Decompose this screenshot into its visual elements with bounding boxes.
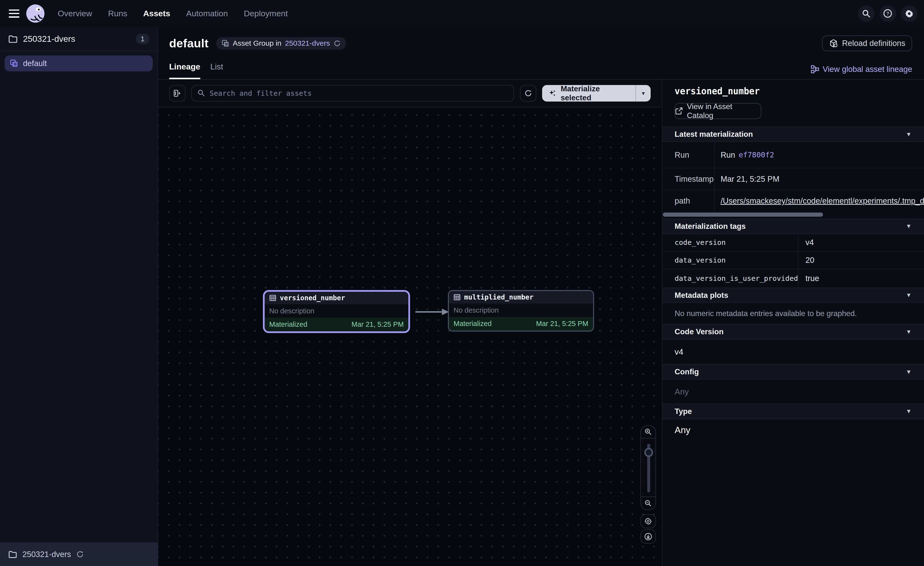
materialize-dropdown-caret[interactable]: ▾	[636, 90, 651, 97]
zoom-in-button[interactable]	[641, 426, 655, 438]
materialize-selected-label: Materialize selected	[561, 84, 629, 102]
repo-name: 250321-dvers	[23, 34, 75, 44]
sidebar-item-default[interactable]: default	[4, 56, 153, 71]
dagster-app: Overview Runs Assets Automation Deployme…	[0, 0, 924, 566]
asset-title: versioned_number	[675, 86, 912, 96]
nav-item-runs[interactable]: Runs	[108, 9, 127, 18]
table-row: data_version 20	[662, 252, 924, 269]
section-materialization-tags[interactable]: Materialization tags ▼	[662, 218, 924, 234]
chevron-down-icon: ▼	[906, 223, 912, 230]
search-button[interactable]	[858, 5, 874, 22]
row-key: Run	[662, 142, 715, 168]
nav-item-assets[interactable]: Assets	[143, 9, 170, 18]
help-button[interactable]: ?	[880, 5, 896, 22]
run-id-link[interactable]: ef7800f2	[739, 151, 774, 159]
table-row: Timestamp Mar 21, 5:25 PM	[662, 169, 924, 190]
section-title: Latest materialization	[675, 130, 753, 139]
lineage-toolbar: Materialize selected ▾	[158, 80, 662, 107]
hamburger-menu-icon[interactable]	[9, 7, 20, 20]
tab-lineage[interactable]: Lineage	[169, 62, 200, 79]
section-code-version[interactable]: Code Version ▼	[662, 324, 924, 339]
section-metadata-plots[interactable]: Metadata plots ▼	[662, 288, 924, 303]
section-title: Code Version	[675, 327, 724, 336]
tag-key: data_version_is_user_provided	[662, 269, 798, 288]
row-key: path	[662, 190, 715, 211]
zoom-in-icon	[644, 428, 652, 436]
chevron-down-icon: ▼	[906, 131, 912, 138]
type-value: Any	[675, 419, 912, 435]
asset-group-badge: Asset Group in 250321-dvers	[216, 37, 346, 50]
materialize-selected-button[interactable]: Materialize selected ▾	[542, 85, 650, 102]
nav-item-deployment[interactable]: Deployment	[244, 9, 288, 18]
svg-text:?: ?	[886, 11, 889, 16]
asset-node-description: No description	[449, 303, 593, 317]
section-title: Type	[675, 407, 692, 416]
asset-group-icon	[222, 39, 230, 47]
sidebar-footer: 250321-dvers	[0, 542, 158, 566]
scrollbar-thumb[interactable]	[663, 212, 823, 217]
zoom-slider	[641, 438, 655, 497]
sidebar-item-label: default	[23, 59, 47, 68]
view-in-asset-catalog-button[interactable]: View in Asset Catalog	[675, 103, 761, 119]
settings-button[interactable]	[901, 5, 918, 22]
asset-node-status: Materialized	[269, 321, 308, 328]
chevron-down-icon: ▼	[906, 369, 912, 375]
asset-node-multiplied-number[interactable]: multiplied_number No description Materia…	[448, 290, 594, 331]
zoom-slider-thumb[interactable]	[644, 448, 653, 457]
section-latest-materialization[interactable]: Latest materialization ▼	[662, 126, 924, 142]
help-icon: ?	[883, 9, 892, 18]
page-title: default	[169, 36, 208, 50]
tag-key: data_version	[662, 252, 798, 269]
external-link-icon	[675, 107, 683, 115]
tag-key: code_version	[662, 234, 798, 251]
asset-detail-panel: versioned_number View in Asset Catalog L…	[662, 80, 924, 566]
graph-settings-button[interactable]	[640, 514, 656, 528]
refresh-icon[interactable]	[76, 551, 84, 558]
download-image-button[interactable]	[640, 530, 656, 543]
asset-node-timestamp: Mar 21, 5:25 PM	[536, 320, 588, 328]
nav-item-overview[interactable]: Overview	[58, 9, 92, 18]
row-value: Mar 21, 5:25 PM	[715, 169, 924, 190]
reload-definitions-button[interactable]: Reload definitions	[822, 35, 912, 51]
zoom-controls	[640, 425, 656, 510]
view-global-asset-lineage-link[interactable]: View global asset lineage	[811, 65, 912, 74]
row-value: /Users/smackesey/stm/code/elementl/exper…	[715, 190, 924, 211]
collapse-panel-button[interactable]	[169, 85, 186, 102]
tag-value: v4	[798, 234, 924, 251]
view-in-asset-catalog-label: View in Asset Catalog	[687, 102, 760, 120]
nav-item-automation[interactable]: Automation	[186, 9, 228, 18]
refresh-graph-button[interactable]	[520, 85, 537, 102]
path-link[interactable]: /Users/smackesey/stm/code/elementl/exper…	[720, 196, 924, 206]
folder-icon	[8, 551, 17, 558]
lineage-graph-canvas[interactable]: versioned_number No description Material…	[158, 107, 662, 566]
tab-list[interactable]: List	[210, 62, 223, 79]
refresh-icon[interactable]	[334, 40, 340, 47]
lineage-edge-arrow	[416, 308, 450, 316]
dagster-logo-icon[interactable]	[25, 3, 46, 24]
section-type[interactable]: Type ▼	[662, 404, 924, 419]
asset-group-icon	[10, 59, 18, 68]
asset-group-count-badge: 1	[136, 34, 149, 44]
top-navigation-bar: Overview Runs Assets Automation Deployme…	[0, 0, 924, 27]
search-input[interactable]	[191, 85, 514, 102]
zoom-out-button[interactable]	[641, 497, 655, 509]
config-value: Any	[675, 379, 912, 404]
horizontal-scrollbar	[662, 212, 924, 218]
section-config[interactable]: Config ▼	[662, 364, 924, 379]
section-title: Materialization tags	[675, 222, 746, 231]
sparkles-icon	[549, 89, 556, 98]
asset-node-versioned-number[interactable]: versioned_number No description Material…	[263, 290, 410, 333]
footer-repo-name: 250321-dvers	[22, 550, 71, 559]
search-icon	[197, 89, 205, 97]
latest-materialization-table: Run Run ef7800f2 Timestamp Mar 21, 5:25 …	[662, 142, 924, 211]
code-version-value: v4	[675, 339, 912, 364]
table-icon	[453, 294, 460, 301]
badge-repo-link[interactable]: 250321-dvers	[285, 39, 330, 47]
tag-value: 20	[798, 252, 924, 269]
section-title: Metadata plots	[675, 291, 728, 300]
repo-row[interactable]: 250321-dvers 1	[0, 27, 158, 51]
table-icon	[269, 294, 276, 301]
expand-panel-icon	[173, 89, 182, 98]
zoom-out-icon	[644, 500, 652, 507]
table-row: code_version v4	[662, 234, 924, 252]
